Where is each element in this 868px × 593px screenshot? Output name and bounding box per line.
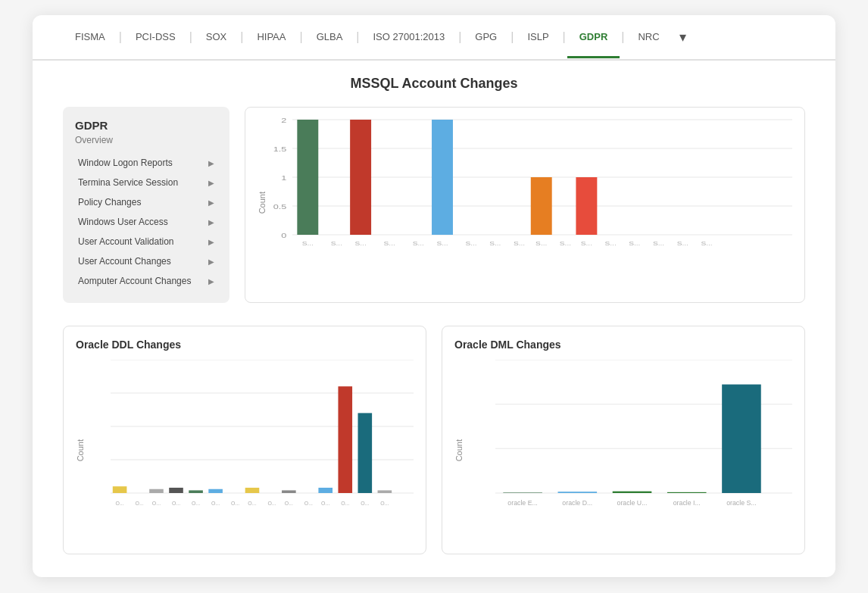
main-content: MSSQL Account Changes GDPR Overview Wind…	[33, 61, 835, 577]
svg-text:0: 0	[281, 231, 286, 239]
sidebar: GDPR Overview Window Logon Reports ▶ Ter…	[63, 107, 229, 303]
svg-text:S...: S...	[629, 240, 640, 246]
sidebar-item-policy[interactable]: Policy Changes ▶	[75, 192, 217, 212]
svg-text:S...: S...	[560, 240, 571, 246]
svg-text:oracle D...: oracle D...	[562, 499, 592, 507]
svg-text:2: 2	[281, 116, 286, 123]
nav-hipaa[interactable]: HIPAA	[245, 17, 298, 58]
chevron-right-icon: ▶	[208, 277, 214, 286]
dml-chart-svg: 1500 1000 500 0 oracle E... oracle D...	[495, 360, 792, 526]
app-container: FISMA | PCI-DSS | SOX | HIPAA | GLBA | I…	[33, 15, 835, 577]
chevron-right-icon: ▶	[208, 198, 214, 207]
sidebar-item-termina[interactable]: Termina Service Session ▶	[75, 173, 217, 192]
svg-text:O...: O...	[304, 499, 313, 507]
svg-text:O...: O...	[341, 499, 349, 507]
page-title: MSSQL Account Changes	[63, 76, 805, 92]
sidebar-item-window-logon[interactable]: Window Logon Reports ▶	[75, 153, 217, 173]
ddl-chart-card: Oracle DDL Changes Count 100	[63, 326, 426, 554]
svg-text:S...: S...	[413, 240, 424, 246]
svg-text:O...: O...	[285, 499, 293, 507]
chevron-right-icon: ▶	[208, 218, 214, 226]
sidebar-item-user-account-validation[interactable]: User Account Validation ▶	[75, 232, 217, 251]
svg-text:0.5: 0.5	[273, 202, 287, 210]
chevron-right-icon: ▶	[208, 257, 214, 266]
sidebar-item-windows-user[interactable]: Windows User Access ▶	[75, 212, 217, 232]
svg-text:S...: S...	[331, 240, 342, 246]
nav-islp[interactable]: ISLP	[515, 17, 560, 58]
svg-text:O...: O...	[361, 499, 369, 507]
svg-rect-17	[432, 120, 453, 235]
svg-text:S...: S...	[677, 240, 688, 246]
svg-rect-54	[245, 488, 260, 493]
svg-text:O...: O...	[321, 499, 329, 507]
svg-text:S...: S...	[489, 240, 501, 246]
svg-text:S...: S...	[653, 240, 664, 246]
dml-y-label: Count	[454, 439, 464, 461]
svg-rect-13	[350, 120, 371, 235]
svg-rect-60	[318, 488, 333, 493]
nav-pci[interactable]: PCI-DSS	[123, 17, 188, 58]
nav-bar: FISMA | PCI-DSS | SOX | HIPAA | GLBA | I…	[33, 15, 835, 61]
nav-nrc[interactable]: NRC	[626, 17, 671, 58]
nav-glba[interactable]: GLBA	[304, 17, 355, 58]
svg-text:1.5: 1.5	[273, 145, 287, 152]
svg-text:S...: S...	[701, 240, 712, 246]
svg-text:O...: O...	[172, 499, 180, 507]
svg-text:S...: S...	[436, 240, 448, 246]
svg-rect-62	[338, 386, 352, 493]
svg-text:S...: S...	[465, 240, 476, 246]
svg-text:S...: S...	[535, 240, 547, 246]
svg-text:oracle I...: oracle I...	[673, 499, 701, 507]
svg-text:O...: O...	[115, 499, 123, 507]
sidebar-title: GDPR	[75, 119, 217, 132]
nav-fisma[interactable]: FISMA	[63, 17, 117, 58]
nav-gpg[interactable]: GPG	[463, 17, 509, 58]
mssql-chart-svg: 2 1.5 1 0.5 0 S... S...	[292, 120, 792, 264]
svg-rect-22	[531, 177, 552, 235]
svg-rect-78	[558, 492, 598, 493]
svg-rect-51	[208, 489, 223, 493]
svg-text:oracle E...: oracle E...	[507, 499, 537, 507]
bottom-section: Oracle DDL Changes Count 100	[63, 326, 805, 554]
chevron-right-icon: ▶	[208, 179, 214, 187]
svg-text:O...: O...	[192, 499, 200, 507]
ddl-chart-svg: 100 75 50 25 0 O... O...	[111, 360, 414, 526]
svg-text:S...: S...	[384, 240, 395, 246]
sidebar-item-user-account-changes[interactable]: User Account Changes ▶	[75, 251, 217, 271]
nav-more-button[interactable]: ▾	[672, 15, 694, 59]
mssql-y-label: Count	[258, 192, 267, 214]
svg-rect-66	[378, 490, 392, 493]
svg-text:S...: S...	[514, 240, 525, 246]
chevron-right-icon: ▶	[208, 238, 214, 246]
nav-sox[interactable]: SOX	[194, 17, 239, 58]
top-section: GDPR Overview Window Logon Reports ▶ Ter…	[63, 107, 805, 303]
svg-text:oracle U...: oracle U...	[617, 499, 648, 507]
svg-text:S...: S...	[302, 240, 314, 246]
chevron-right-icon: ▶	[208, 159, 214, 167]
svg-rect-47	[169, 488, 183, 493]
dml-chart-card: Oracle DML Changes Count 1500 1000	[442, 326, 805, 554]
ddl-chart-title: Oracle DDL Changes	[76, 339, 414, 351]
nav-gdpr[interactable]: GDPR	[567, 17, 620, 58]
sidebar-item-computer-account[interactable]: Aomputer Account Changes ▶	[75, 271, 217, 291]
svg-rect-49	[189, 490, 203, 493]
svg-rect-64	[358, 413, 373, 493]
svg-text:O...: O...	[380, 499, 389, 507]
svg-text:O...: O...	[267, 499, 276, 507]
dml-chart-title: Oracle DML Changes	[454, 339, 792, 351]
svg-rect-80	[613, 492, 652, 493]
svg-rect-10	[297, 120, 318, 235]
svg-text:oracle S...: oracle S...	[726, 499, 756, 507]
svg-rect-82	[667, 492, 707, 493]
svg-text:1: 1	[281, 173, 286, 181]
ddl-y-label: Count	[76, 439, 85, 461]
svg-text:O...: O...	[211, 499, 220, 507]
svg-text:S...: S...	[581, 240, 592, 246]
nav-iso[interactable]: ISO 27001:2013	[361, 17, 457, 58]
svg-text:O...: O...	[152, 499, 161, 507]
svg-text:S...: S...	[605, 240, 617, 246]
svg-text:O...: O...	[248, 499, 256, 507]
mssql-chart-card: Count 2 1.5 1 0	[245, 107, 805, 303]
svg-rect-84	[722, 385, 761, 493]
svg-rect-76	[503, 492, 542, 493]
